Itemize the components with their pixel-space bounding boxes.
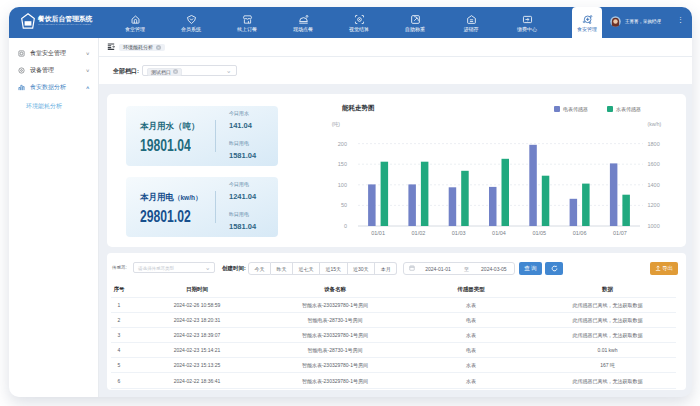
svg-text:01/02: 01/02 — [412, 230, 426, 236]
svg-text:(吨): (吨) — [332, 121, 341, 127]
svg-text:200: 200 — [338, 141, 347, 147]
svg-text:1800: 1800 — [648, 141, 660, 147]
svg-text:(kw/h): (kw/h) — [648, 121, 662, 127]
svg-text:50: 50 — [341, 202, 347, 208]
svg-text:1400: 1400 — [648, 182, 660, 188]
svg-text:01/07: 01/07 — [613, 230, 627, 236]
svg-text:1200: 1200 — [648, 202, 660, 208]
svg-text:150: 150 — [338, 161, 347, 167]
svg-text:01/06: 01/06 — [573, 230, 587, 236]
svg-text:01/04: 01/04 — [492, 230, 506, 236]
svg-text:1000: 1000 — [648, 223, 660, 229]
svg-text:100: 100 — [338, 182, 347, 188]
svg-text:1600: 1600 — [648, 161, 660, 167]
svg-text:01/03: 01/03 — [452, 230, 466, 236]
svg-text:01/01: 01/01 — [371, 230, 385, 236]
svg-text:01/05: 01/05 — [532, 230, 546, 236]
svg-text:0: 0 — [344, 223, 347, 229]
